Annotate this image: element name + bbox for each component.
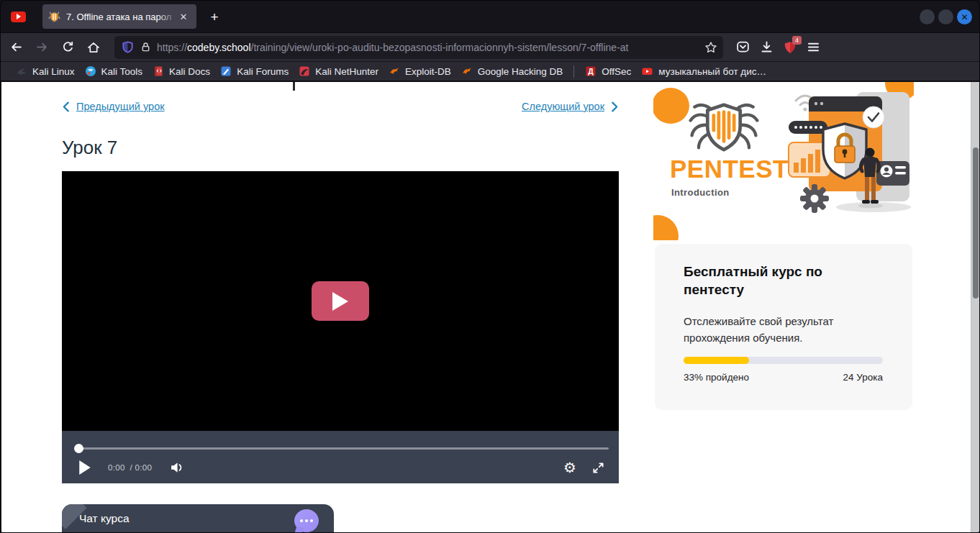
chat-title: Чат курса: [79, 512, 130, 525]
progress-bar-fill: [684, 357, 749, 364]
extension-button[interactable]: 4: [784, 41, 797, 54]
bookmark-kali-tools[interactable]: Kali Tools: [80, 64, 148, 78]
course-card-title: Бесплатный курс по пентесту: [684, 263, 885, 299]
bookmarks-separator: [573, 65, 574, 78]
window-controls: ✕: [920, 9, 972, 24]
downloads-icon[interactable]: [760, 40, 773, 54]
back-button[interactable]: [5, 37, 27, 58]
forward-button[interactable]: [31, 37, 53, 58]
previous-lesson-label: Предыдущий урок: [76, 101, 165, 112]
active-tab[interactable]: 7. Offline атака на парол ✕: [42, 4, 196, 29]
banner-brand-text: PENTEST: [670, 155, 789, 183]
pocket-icon[interactable]: [736, 40, 750, 54]
youtube-pinned-tab-icon[interactable]: [11, 12, 26, 22]
kali-nethunter-icon: [299, 65, 310, 77]
kali-docs-icon: [153, 65, 164, 77]
chevron-right-icon: [611, 101, 619, 112]
kali-tools-icon: [85, 65, 96, 77]
play-button[interactable]: [79, 460, 91, 475]
lessons-count-label: 24 Урока: [843, 372, 883, 383]
bookmark-label: Kali Tools: [101, 66, 143, 77]
bookmark-star-icon[interactable]: [704, 41, 717, 54]
play-icon: [332, 291, 349, 311]
extension-badge: 4: [792, 36, 802, 45]
reload-button[interactable]: [57, 37, 78, 58]
bookmark-label: Kali Linux: [32, 66, 75, 77]
bookmark-music-bot[interactable]: музыкальный бот дис…: [636, 64, 771, 78]
bookmark-kali-forums[interactable]: Kali Forums: [215, 64, 294, 78]
page-scrollbar-track[interactable]: [971, 82, 980, 533]
banner-decor-circle: [653, 88, 689, 124]
progress-percent-label: 33% пройдено: [684, 372, 749, 383]
tab-bar: 7. Offline атака на парол ✕ + ✕: [1, 1, 979, 32]
bookmark-label: Kali Docs: [169, 66, 210, 77]
toolbar-right-icons: 4: [736, 40, 820, 54]
chat-dots-icon: [300, 519, 313, 522]
banner-subtitle-text: Introduction: [671, 187, 730, 198]
bookmark-label: Google Hacking DB: [478, 66, 563, 77]
bookmark-label: OffSec: [602, 66, 631, 77]
bookmark-label: Exploit-DB: [405, 66, 451, 77]
bookmark-kali-docs[interactable]: Kali Docs: [148, 64, 215, 78]
kali-forums-icon: [220, 65, 232, 77]
next-lesson-label: Следующий урок: [522, 101, 604, 112]
menu-hamburger-icon[interactable]: [807, 40, 820, 54]
clipped-page-heading-fragment: [293, 82, 295, 91]
tab-title-fade: [158, 7, 178, 26]
bookmark-google-hacking-db[interactable]: Google Hacking DB: [456, 64, 568, 78]
video-screen[interactable]: [62, 171, 619, 431]
bookmark-offsec[interactable]: Д OffSec: [580, 64, 636, 78]
chevron-left-icon: [62, 101, 70, 112]
fullscreen-button[interactable]: [592, 462, 604, 474]
lock-icon[interactable]: [140, 42, 151, 53]
course-banner[interactable]: PENTEST Introduction: [653, 82, 914, 240]
video-player: 0:00 / 0:00 ⚙: [62, 171, 619, 483]
video-controls: 0:00 / 0:00 ⚙: [62, 431, 619, 483]
youtube-icon: [641, 65, 653, 77]
fullscreen-icon: [592, 462, 604, 474]
svg-text:Д: Д: [589, 67, 594, 76]
big-play-button[interactable]: [312, 281, 369, 321]
maximize-button[interactable]: [938, 9, 953, 24]
page-content: Предыдущий урок Следующий урок Урок 7: [1, 82, 980, 533]
tracking-protection-shield-icon[interactable]: [122, 41, 134, 53]
bookmark-label: музыкальный бот дис…: [658, 66, 766, 77]
progress-bar: [684, 357, 883, 364]
volume-button[interactable]: [171, 462, 183, 473]
browser-window: 7. Offline атака на парол ✕ + ✕: [0, 0, 980, 533]
current-time: 0:00: [108, 463, 125, 472]
previous-lesson-link[interactable]: Предыдущий урок: [62, 101, 165, 112]
volume-icon: [171, 462, 183, 473]
banner-decor-circle: [653, 215, 679, 240]
url-fade: [668, 38, 697, 57]
progress-stats: 33% пройдено 24 Урока: [684, 372, 883, 383]
play-icon: [17, 14, 21, 19]
bookmark-exploit-db[interactable]: Exploit-DB: [384, 64, 456, 78]
course-progress-card: Бесплатный курс по пентесту Отслеживайте…: [655, 244, 912, 410]
bookmark-kali-nethunter[interactable]: Kali NetHunter: [294, 64, 384, 78]
pentest-bug-shield-logo: [686, 102, 761, 152]
google-hacking-db-bird-icon: [461, 65, 473, 77]
exploit-db-bird-icon: [389, 65, 400, 77]
new-tab-button[interactable]: +: [205, 8, 224, 27]
bookmark-label: Kali NetHunter: [315, 66, 378, 77]
settings-button[interactable]: ⚙: [563, 459, 576, 476]
play-icon: [79, 460, 91, 475]
duration: 0:00: [135, 463, 153, 472]
next-lesson-link[interactable]: Следующий урок: [522, 101, 619, 112]
page-scrollbar-thumb[interactable]: [973, 147, 979, 299]
tab-close-icon[interactable]: ✕: [176, 9, 191, 24]
gear-shape: [800, 184, 829, 213]
chat-bubble-icon[interactable]: [294, 509, 319, 532]
home-button[interactable]: [83, 37, 104, 58]
lesson-title: Урок 7: [62, 137, 117, 159]
offsec-icon: Д: [585, 65, 596, 77]
seek-bar[interactable]: [75, 447, 609, 450]
close-window-button[interactable]: ✕: [957, 9, 972, 24]
course-banner-illustration: [787, 83, 914, 222]
url-bar[interactable]: https://codeby.school/training/view/urok…: [114, 36, 723, 59]
codeby-favicon-icon: [48, 11, 60, 23]
course-chat-widget[interactable]: Чат курса: [62, 504, 334, 533]
minimize-button[interactable]: [920, 9, 935, 24]
bookmark-kali-linux[interactable]: Kali Linux: [11, 64, 80, 78]
